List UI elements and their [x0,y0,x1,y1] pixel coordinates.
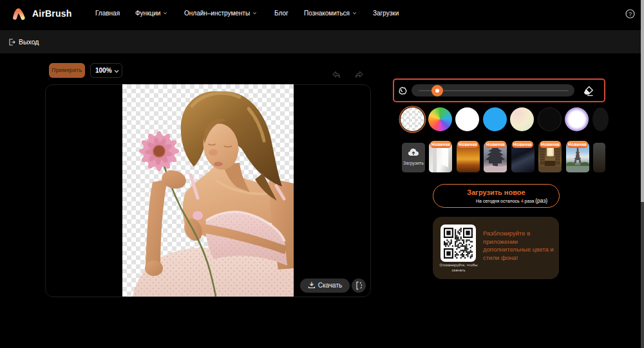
svg-text:?: ? [629,11,632,17]
